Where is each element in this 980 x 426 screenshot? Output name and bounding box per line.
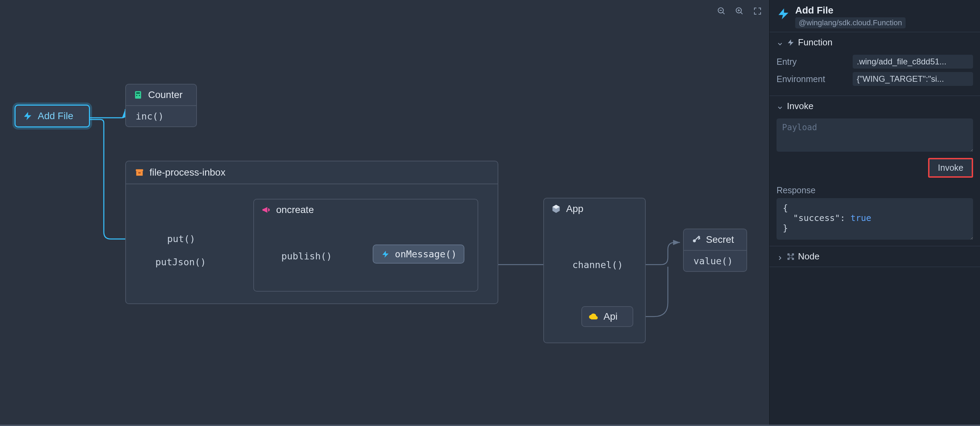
svg-point-14 [693, 239, 696, 243]
svg-rect-11 [136, 169, 143, 171]
node-label: onMessage() [395, 249, 457, 259]
zoom-controls [717, 6, 762, 16]
method-publish: publish() [282, 251, 332, 262]
svg-rect-17 [788, 258, 789, 259]
function-icon [776, 7, 791, 21]
svg-rect-8 [136, 92, 140, 94]
node-api[interactable]: Api [581, 306, 633, 327]
invoke-button[interactable]: Invoke [928, 158, 973, 178]
node-onmessage[interactable]: onMessage() [373, 244, 465, 263]
section-title: Node [798, 251, 819, 262]
chevron-right-icon [776, 253, 783, 260]
box-icon [551, 204, 561, 214]
function-icon [787, 39, 794, 46]
node-label: Secret [706, 234, 734, 245]
svg-line-6 [741, 12, 742, 14]
prop-env-value: {"WING_TARGET":"si... [853, 72, 973, 86]
response-label: Response [776, 185, 973, 195]
node-label: Api [603, 311, 617, 322]
prop-entry-value: .wing/add_file_c8dd51... [853, 55, 973, 69]
node-add-file[interactable]: Add File [14, 105, 90, 128]
section-node: Node [770, 246, 980, 267]
node-oncreate[interactable]: oncreate publish() onMessage() [253, 199, 478, 292]
calculator-icon [133, 90, 143, 100]
function-icon [380, 249, 391, 259]
section-invoke-header[interactable]: Invoke [770, 96, 980, 116]
svg-rect-12 [136, 171, 143, 176]
megaphone-icon [261, 205, 271, 215]
function-icon [22, 111, 33, 121]
node-secret[interactable]: Secret value() [683, 228, 747, 272]
cloud-icon [588, 311, 599, 322]
node-app[interactable]: App channel() Api [543, 198, 646, 343]
section-invoke: Invoke Invoke Response { "success": true… [770, 96, 980, 246]
key-icon [691, 235, 701, 245]
bottom-border [0, 424, 980, 426]
method-value: value() [684, 251, 746, 271]
node-file-process-inbox[interactable]: file-process-inbox put() putJson() oncre… [125, 161, 498, 304]
svg-rect-10 [139, 95, 140, 96]
svg-rect-18 [792, 258, 794, 259]
sidebar: Add File @winglang/sdk.cloud.Function Fu… [769, 0, 980, 426]
prop-env-label: Environment [776, 74, 853, 84]
svg-rect-19 [789, 255, 792, 258]
chevron-down-icon [776, 103, 783, 110]
node-label: Add File [38, 110, 73, 121]
method-inc: inc() [126, 106, 196, 126]
svg-rect-7 [135, 91, 141, 99]
response-output: { "success": true } [776, 198, 973, 240]
method-channel: channel() [572, 259, 623, 270]
node-icon [787, 253, 794, 260]
zoom-in-button[interactable] [735, 6, 745, 16]
sidebar-subtitle: @winglang/sdk.cloud.Function [795, 17, 905, 29]
node-label: oncreate [276, 204, 314, 215]
sidebar-title: Add File [795, 5, 905, 16]
section-function-header[interactable]: Function [770, 32, 980, 53]
sidebar-header: Add File @winglang/sdk.cloud.Function [770, 0, 980, 32]
node-label: App [566, 203, 584, 214]
prop-entry-label: Entry [776, 57, 853, 67]
svg-rect-9 [136, 95, 137, 96]
section-function: Function Entry .wing/add_file_c8dd51... … [770, 32, 980, 96]
bucket-icon [134, 167, 145, 178]
fullscreen-button[interactable] [752, 6, 762, 16]
svg-rect-13 [138, 172, 141, 173]
method-put: put() [167, 233, 195, 244]
svg-rect-16 [792, 254, 794, 255]
svg-line-2 [722, 12, 724, 14]
canvas[interactable]: Add File Counter inc() file-process-inbo… [0, 0, 769, 426]
chevron-down-icon [776, 39, 783, 46]
node-counter[interactable]: Counter inc() [125, 84, 197, 127]
payload-input[interactable] [776, 118, 973, 152]
section-node-header[interactable]: Node [770, 246, 980, 267]
method-putjson: putJson() [155, 257, 206, 267]
zoom-out-button[interactable] [717, 6, 726, 16]
section-title: Function [798, 37, 833, 48]
node-label: file-process-inbox [150, 167, 225, 178]
svg-rect-15 [788, 254, 789, 255]
node-label: Counter [148, 89, 183, 101]
section-title: Invoke [787, 101, 813, 112]
